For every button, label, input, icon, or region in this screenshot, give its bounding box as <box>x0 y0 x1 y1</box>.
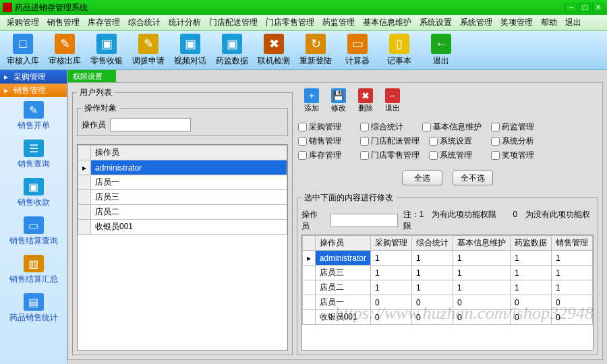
hint-text: 注：1 为有此项功能权限 0 为没有此项功能权限 <box>403 209 594 232</box>
permission-checkboxes: 采购管理综合统计基本信息维护药监管理销售管理门店配送管理系统设置系统分析库存管理… <box>297 119 598 164</box>
menu-item[interactable]: 帮助 <box>537 17 561 28</box>
perm-checkbox[interactable]: 系统分析 <box>491 135 544 147</box>
联机检测-icon: ✖ <box>264 34 284 54</box>
hint-operator-label: 操作员 <box>301 209 325 232</box>
nav-item[interactable]: ✎销售开单 <box>0 97 67 135</box>
action-button[interactable]: −退出 <box>380 88 405 113</box>
edit-section: 选中下面的内容进行修改 操作员 注：1 为有此项功能权限 0 为没有此项功能权限… <box>297 192 598 355</box>
action-button[interactable]: ✖删除 <box>353 88 378 113</box>
action-bar: ＋添加💾修改✖删除−退出 <box>297 87 598 115</box>
table-row[interactable]: 店员二11111 <box>302 280 592 295</box>
nav-header-sales[interactable]: 销售管理 <box>0 84 67 97</box>
menu-item[interactable]: 基本信息维护 <box>359 17 415 28</box>
action-button[interactable]: ＋添加 <box>299 88 324 113</box>
toolbar-button[interactable]: ▭计算器 <box>337 32 378 68</box>
select-all-button[interactable]: 全选 <box>402 171 442 185</box>
table-row[interactable]: 店员二 <box>78 205 287 220</box>
nav-item[interactable]: ☰销售查询 <box>0 135 67 174</box>
edit-legend: 选中下面的内容进行修改 <box>301 192 396 204</box>
toolbar-button[interactable]: ✖联机检测 <box>254 32 294 68</box>
panel-tab[interactable]: 权限设置 <box>67 70 116 82</box>
table-row[interactable]: 店员一00000 <box>302 295 592 310</box>
minimize-button[interactable]: − <box>565 3 577 12</box>
perm-checkbox[interactable]: 销售管理 <box>298 135 351 147</box>
perm-checkbox[interactable]: 药监管理 <box>491 121 544 133</box>
perm-checkbox[interactable]: 基本信息维护 <box>422 121 482 133</box>
toolbar-button[interactable]: ←退出 <box>421 32 461 68</box>
table-row[interactable]: 店员三11111 <box>302 266 592 280</box>
table-row[interactable]: ▸administrator <box>78 160 287 175</box>
toolbar-button[interactable]: ▣视频对话 <box>170 32 210 68</box>
select-none-button[interactable]: 全不选 <box>453 171 493 185</box>
调拨申请-icon: ✎ <box>138 34 158 54</box>
perm-checkbox[interactable]: 采购管理 <box>298 121 351 133</box>
permission-grid[interactable]: 操作员采购管理综合统计基本信息维护药监数据销售管理▸administrator1… <box>301 235 594 351</box>
toolbar-button[interactable]: ▣零售收银 <box>86 32 127 68</box>
window-titlebar: 药品进销存管理系统 − □ × <box>0 0 607 15</box>
hint-operator-input[interactable] <box>330 214 398 227</box>
maximize-button[interactable]: □ <box>579 3 591 12</box>
operator-grid-header: 操作员 <box>91 146 287 160</box>
table-row[interactable]: 店员三 <box>78 190 287 205</box>
计算器-icon: ▭ <box>347 34 368 54</box>
menu-item[interactable]: 系统管理 <box>456 17 496 28</box>
nav-icon: ▤ <box>24 293 44 311</box>
perm-checkbox[interactable]: 库存管理 <box>298 150 351 161</box>
toolbar-button[interactable]: ▣药监数据 <box>212 32 252 68</box>
operator-search-group: 操作对象 操作员 <box>77 102 288 136</box>
table-row[interactable]: ▸administrator11111 <box>302 251 592 266</box>
operator-grid[interactable]: 操作员 ▸administrator店员一店员三店员二收银员001 <box>77 144 288 351</box>
close-button[interactable]: × <box>592 3 604 12</box>
nav-icon: ▥ <box>24 255 44 272</box>
menu-item[interactable]: 综合统计 <box>124 17 165 28</box>
menu-item[interactable]: 统计分析 <box>165 17 205 28</box>
table-row[interactable]: 收银员00100000 <box>302 310 592 325</box>
action-icon: − <box>385 88 400 103</box>
nav-icon: ☰ <box>24 140 44 157</box>
menu-item[interactable]: 门店配送管理 <box>205 17 262 28</box>
action-button[interactable]: 💾修改 <box>326 88 351 113</box>
menu-item[interactable]: 库存管理 <box>84 17 124 28</box>
toolbar-button[interactable]: ✎审核出库 <box>45 32 85 68</box>
table-row[interactable]: 收银员001 <box>78 220 287 235</box>
window-title: 药品进销存管理系统 <box>15 2 564 13</box>
menu-item[interactable]: 销售管理 <box>43 17 84 28</box>
toolbar-button[interactable]: □审核入库 <box>3 32 43 68</box>
operator-label: 操作员 <box>82 119 106 131</box>
menu-item[interactable]: 退出 <box>561 17 585 28</box>
退出-icon: ← <box>431 34 451 54</box>
审核入库-icon: □ <box>13 34 33 54</box>
重新登陆-icon: ↻ <box>306 34 326 54</box>
toolbar-button[interactable]: ↻重新登陆 <box>295 32 336 68</box>
menubar: 采购管理销售管理库存管理综合统计统计分析门店配送管理门店零售管理药监管理基本信息… <box>0 15 607 31</box>
nav-icon: ▭ <box>24 216 44 234</box>
perm-checkbox[interactable]: 门店配送管理 <box>360 135 420 147</box>
toolbar-button[interactable]: ✎调拨申请 <box>128 32 169 68</box>
menu-item[interactable]: 采购管理 <box>3 17 43 28</box>
table-row[interactable]: 店员一 <box>78 175 287 190</box>
perm-checkbox[interactable]: 奖项管理 <box>491 150 544 161</box>
menu-item[interactable]: 系统设置 <box>415 17 456 28</box>
perm-checkbox[interactable]: 系统管理 <box>429 150 482 161</box>
perm-checkbox[interactable]: 门店零售管理 <box>360 150 420 161</box>
user-list-legend: 用户列表 <box>77 87 115 98</box>
nav-icon: ✎ <box>24 101 44 119</box>
nav-item[interactable]: ▣销售收款 <box>0 174 67 212</box>
action-icon: 💾 <box>331 88 346 103</box>
action-icon: ✖ <box>358 88 373 103</box>
side-nav: 采购管理 销售管理 ✎销售开单☰销售查询▣销售收款▭销售结算查询▥销售结算汇总▤… <box>0 70 67 364</box>
nav-item[interactable]: ▭销售结算查询 <box>0 212 67 251</box>
审核出库-icon: ✎ <box>55 34 75 54</box>
menu-item[interactable]: 门店零售管理 <box>262 17 318 28</box>
nav-icon: ▣ <box>24 178 44 195</box>
operator-input[interactable] <box>110 118 191 131</box>
menu-item[interactable]: 药监管理 <box>318 17 359 28</box>
perm-checkbox[interactable]: 系统设置 <box>429 135 482 147</box>
menu-item[interactable]: 奖项管理 <box>496 17 537 28</box>
nav-item[interactable]: ▤药品销售统计 <box>0 289 67 328</box>
nav-header-purchase[interactable]: 采购管理 <box>0 70 67 84</box>
perm-checkbox[interactable]: 综合统计 <box>360 121 413 133</box>
toolbar-button[interactable]: ▯记事本 <box>379 32 420 68</box>
nav-item[interactable]: ▥销售结算汇总 <box>0 251 67 289</box>
记事本-icon: ▯ <box>389 34 409 54</box>
